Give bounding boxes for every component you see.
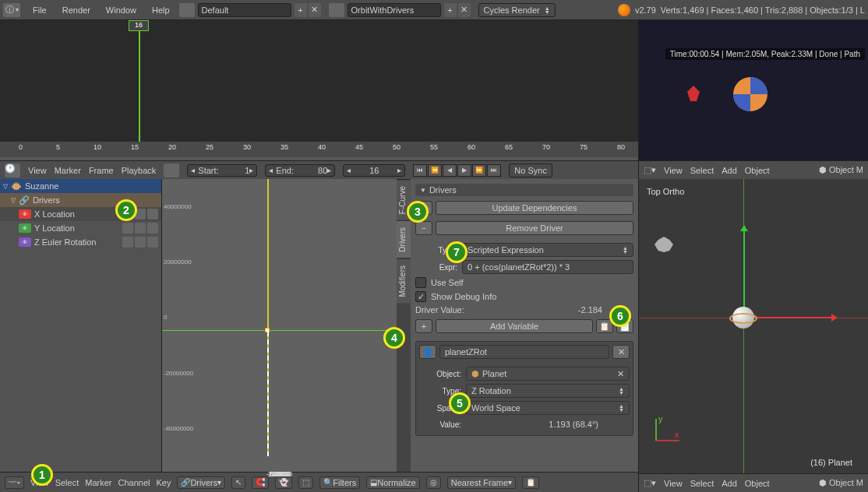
start-frame-field[interactable]: ◂ Start:1 ▸ bbox=[187, 164, 257, 177]
3d-viewport-render[interactable]: Time:00:00.54 | Mem:2.05M, Peak:2.33M | … bbox=[639, 20, 868, 160]
handle-icon[interactable]: ⬚ bbox=[298, 476, 313, 489]
layout-icon[interactable] bbox=[179, 3, 195, 17]
channel-y-location[interactable]: 👁Y Location bbox=[0, 221, 161, 235]
driver-icon: 🔗 bbox=[19, 195, 30, 206]
lock-icon[interactable] bbox=[147, 209, 158, 220]
3dview-editor-icon[interactable]: ⬚▾ bbox=[644, 165, 656, 175]
jump-first-icon[interactable]: ⏮ bbox=[413, 164, 427, 177]
vp-menu-object[interactable]: Object bbox=[745, 479, 770, 488]
graph-menu-marker[interactable]: Marker bbox=[85, 478, 111, 487]
current-frame-indicator[interactable] bbox=[139, 20, 140, 142]
jump-last-icon[interactable]: ⏭ bbox=[487, 164, 501, 177]
space-selector[interactable]: World Space▲▼ bbox=[466, 401, 630, 415]
channel-z-rotation[interactable]: 👁Z Euler Rotation bbox=[0, 235, 161, 249]
panel-header[interactable]: ▼Drivers bbox=[415, 184, 633, 196]
driver-type-selector[interactable]: Scripted Expression▲▼ bbox=[462, 243, 633, 257]
vtype-value: Z Rotation bbox=[471, 386, 511, 395]
normalize-button[interactable]: ⬓ Normalize bbox=[366, 476, 420, 489]
filters-button[interactable]: 🔍 Filters bbox=[319, 476, 360, 489]
layout-remove-icon[interactable]: ✕ bbox=[309, 3, 321, 17]
timeline-menu-playback[interactable]: Playback bbox=[122, 166, 157, 175]
vp-menu-add[interactable]: Add bbox=[722, 166, 737, 175]
use-self-checkbox[interactable] bbox=[415, 277, 426, 288]
lock-icon[interactable] bbox=[147, 223, 158, 234]
cursor-icon[interactable]: ↖ bbox=[231, 476, 245, 489]
timeline-editor-icon[interactable]: 🕐 bbox=[5, 163, 20, 177]
var-value: 1.193 (68.4°) bbox=[549, 420, 598, 429]
jump-prev-icon[interactable]: ⏪ bbox=[428, 164, 442, 177]
planet-object[interactable] bbox=[731, 305, 756, 330]
lock-icon[interactable] bbox=[147, 237, 158, 248]
vp-menu-view[interactable]: View bbox=[664, 479, 683, 488]
add-icon[interactable]: + bbox=[415, 319, 432, 333]
render-engine-selector[interactable]: Cycles Render▲▼ bbox=[478, 3, 556, 17]
play-icon[interactable]: ▶ bbox=[457, 164, 471, 177]
channel-drivers-row[interactable]: ▽🔗 Drivers bbox=[0, 193, 161, 207]
vp-mode-selector[interactable]: ⬢ Object M bbox=[819, 478, 863, 488]
vp-menu-select[interactable]: Select bbox=[690, 166, 715, 175]
wrench-icon[interactable] bbox=[122, 223, 133, 234]
info-editor-icon[interactable]: ⓘ▾ bbox=[3, 3, 20, 17]
timeline-menu-frame[interactable]: Frame bbox=[89, 166, 114, 175]
scene-remove-icon[interactable]: ✕ bbox=[458, 3, 471, 17]
variable-name-input[interactable]: planetZRot bbox=[439, 345, 609, 359]
timeline-menu-view[interactable]: View bbox=[28, 166, 47, 175]
tab-modifiers[interactable]: Modifiers bbox=[397, 258, 411, 304]
vp-mode-selector[interactable]: ⬢ Object M bbox=[819, 165, 863, 175]
graph-canvas[interactable]: -40000000 -20000000 0 20000000 40000000 … bbox=[162, 179, 397, 472]
graph-mode-selector[interactable]: 🔗 Drivers ▾ bbox=[177, 476, 225, 489]
3dview-editor-icon[interactable]: ⬚▾ bbox=[644, 478, 656, 488]
layout-selector[interactable]: Default bbox=[198, 3, 291, 17]
axis-gizmo-icon: y x bbox=[651, 414, 683, 445]
update-deps-button[interactable]: Update Dependencies bbox=[436, 201, 633, 215]
layout-add-icon[interactable]: + bbox=[295, 3, 307, 17]
remove-icon[interactable]: − bbox=[415, 221, 432, 235]
timeline-ruler[interactable]: 0 5 10 15 20 25 30 35 40 45 50 55 60 65 … bbox=[0, 142, 638, 157]
graph-editor-icon[interactable]: 〰▾ bbox=[5, 476, 24, 489]
current-frame-field[interactable]: ◂ 16 ▸ bbox=[343, 164, 405, 177]
copy-icon[interactable]: 📋 bbox=[522, 476, 539, 489]
speaker-icon[interactable] bbox=[135, 237, 146, 248]
transform-type-selector[interactable]: Z Rotation▲▼ bbox=[466, 384, 630, 398]
graph-menu-channel[interactable]: Channel bbox=[118, 478, 150, 487]
remove-driver-button[interactable]: Remove Driver bbox=[436, 221, 633, 235]
scene-icon[interactable] bbox=[329, 3, 344, 17]
show-debug-checkbox[interactable]: ✓ bbox=[415, 291, 426, 302]
vp-menu-object[interactable]: Object bbox=[745, 166, 770, 175]
tick: 55 bbox=[430, 143, 438, 151]
add-variable-button[interactable]: Add Variable bbox=[436, 319, 593, 333]
proportional-icon[interactable]: ◎ bbox=[426, 476, 441, 489]
suzanne-object[interactable] bbox=[655, 237, 673, 252]
var-type-icon[interactable]: 👤 bbox=[419, 345, 436, 359]
annotation-badge-7: 7 bbox=[446, 241, 468, 263]
end-frame-field[interactable]: ◂ End:80 ▸ bbox=[265, 164, 335, 177]
3d-viewport-ortho[interactable]: Top Ortho y x (16) Planet bbox=[639, 179, 868, 473]
wrench-icon[interactable] bbox=[122, 237, 133, 248]
menu-file[interactable]: File bbox=[26, 5, 53, 15]
auto-keying-icon[interactable] bbox=[164, 163, 179, 177]
expression-input[interactable]: 0 + (cos(planetZRot*2)) * 3 bbox=[462, 260, 633, 274]
graph-menu-select[interactable]: Select bbox=[55, 478, 79, 487]
channel-object-row[interactable]: ▽🐵 Suzanne bbox=[0, 179, 161, 193]
speaker-icon[interactable] bbox=[135, 223, 146, 234]
menu-help[interactable]: Help bbox=[146, 5, 176, 15]
tab-drivers[interactable]: Drivers bbox=[397, 220, 411, 258]
vp-menu-add[interactable]: Add bbox=[722, 479, 737, 488]
menu-render[interactable]: Render bbox=[56, 5, 97, 15]
jump-next-icon[interactable]: ⏩ bbox=[472, 164, 486, 177]
target-object-selector[interactable]: ⬢Planet✕ bbox=[466, 367, 630, 381]
timeline-menu-marker[interactable]: Marker bbox=[55, 166, 81, 175]
scene-add-icon[interactable]: + bbox=[444, 3, 457, 17]
sync-mode-selector[interactable]: No Sync bbox=[509, 163, 552, 177]
vp-menu-view[interactable]: View bbox=[664, 166, 683, 175]
scene-selector[interactable]: OrbitWithDrivers bbox=[348, 3, 441, 17]
vp-menu-select[interactable]: Select bbox=[690, 479, 715, 488]
auto-snap-selector[interactable]: Nearest Frame ▾ bbox=[447, 476, 516, 489]
delete-var-icon[interactable]: ✕ bbox=[612, 345, 630, 359]
graph-menu-key[interactable]: Key bbox=[156, 478, 171, 487]
tangent-line bbox=[267, 332, 269, 456]
menu-window[interactable]: Window bbox=[100, 5, 143, 15]
play-reverse-icon[interactable]: ◀ bbox=[443, 164, 457, 177]
y-tick: 40000000 bbox=[164, 203, 192, 210]
x-gizmo-arrow[interactable] bbox=[743, 317, 837, 318]
